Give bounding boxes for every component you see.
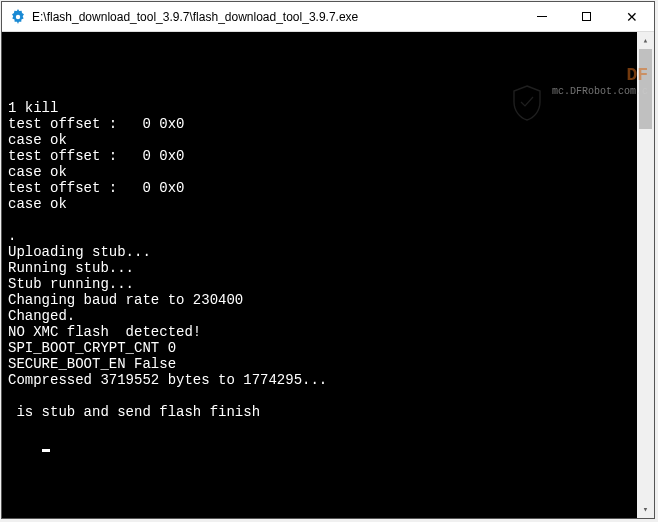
- scroll-thumb[interactable]: [639, 49, 652, 129]
- close-button[interactable]: ✕: [609, 2, 654, 31]
- close-icon: ✕: [626, 10, 638, 24]
- minimize-button[interactable]: [519, 2, 564, 31]
- cursor: [42, 449, 50, 452]
- svg-point-0: [16, 14, 20, 18]
- chevron-up-icon: ▴: [643, 33, 648, 49]
- scroll-track[interactable]: [637, 49, 654, 501]
- maximize-icon: [582, 12, 591, 21]
- gear-icon: [10, 9, 26, 25]
- window-controls: ✕: [519, 2, 654, 31]
- scroll-up-button[interactable]: ▴: [637, 32, 654, 49]
- scrollbar[interactable]: ▴ ▾: [637, 32, 654, 518]
- maximize-button[interactable]: [564, 2, 609, 31]
- console-output: DF mc.DFRobot.com.c 1 kill test offset :…: [2, 32, 654, 518]
- watermark-url: mc.DFRobot.com.c: [552, 84, 648, 100]
- titlebar[interactable]: E:\flash_download_tool_3.9.7\flash_downl…: [2, 2, 654, 32]
- console-lines: 1 kill test offset : 0 0x0 case ok test …: [8, 100, 648, 420]
- watermark: DF mc.DFRobot.com.c: [552, 66, 648, 100]
- window-title: E:\flash_download_tool_3.9.7\flash_downl…: [32, 10, 519, 24]
- minimize-icon: [537, 16, 547, 17]
- scroll-down-button[interactable]: ▾: [637, 501, 654, 518]
- chevron-down-icon: ▾: [643, 502, 648, 518]
- app-window: E:\flash_download_tool_3.9.7\flash_downl…: [1, 1, 655, 519]
